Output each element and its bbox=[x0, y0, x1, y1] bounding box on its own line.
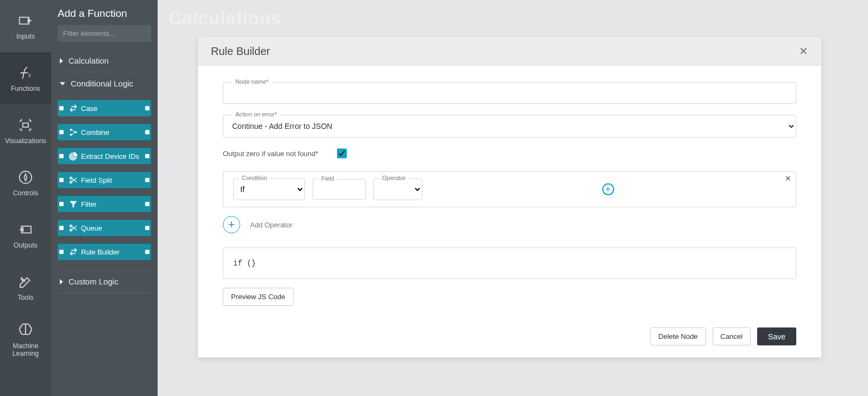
condition-label: Condition bbox=[239, 175, 270, 181]
nav-functions[interactable]: x Functions bbox=[0, 52, 51, 104]
func-label: Case bbox=[81, 104, 97, 113]
nav-visualizations-label: Visualizations bbox=[5, 137, 46, 145]
section-custom-logic[interactable]: Custom Logic bbox=[58, 270, 151, 293]
port-right bbox=[145, 106, 149, 110]
func-field-split[interactable]: Field Split bbox=[58, 172, 151, 188]
output-zero-label: Output zero if value not found* bbox=[223, 150, 319, 158]
nav-machine-learning[interactable]: Machine Learning bbox=[0, 313, 51, 366]
rule-builder-modal: Rule Builder ✕ Node name* Action on erro… bbox=[198, 37, 821, 357]
section-calculation[interactable]: Calculation bbox=[58, 49, 151, 72]
section-calculation-label: Calculation bbox=[68, 56, 109, 65]
delete-node-button[interactable]: Delete Node bbox=[650, 327, 705, 345]
section-custom-label: Custom Logic bbox=[68, 277, 118, 286]
func-label: Combine bbox=[81, 128, 109, 137]
code-preview: if (} bbox=[223, 247, 796, 279]
port-left bbox=[59, 202, 64, 206]
func-filter[interactable]: Filter bbox=[58, 196, 151, 212]
func-label: Field Split bbox=[81, 176, 112, 184]
action-on-error-label: Action on error* bbox=[232, 111, 280, 117]
svg-rect-2 bbox=[23, 123, 28, 127]
func-rule-builder[interactable]: Rule Builder bbox=[58, 244, 151, 260]
port-right bbox=[145, 178, 149, 182]
chevron-right-icon bbox=[60, 279, 63, 284]
modal-title: Rule Builder bbox=[211, 45, 270, 58]
node-name-label: Node name* bbox=[232, 78, 272, 85]
function-sidebar: Add a Function Calculation Conditional L… bbox=[51, 0, 158, 396]
port-right bbox=[145, 130, 149, 134]
func-label: Queue bbox=[81, 224, 102, 232]
visualizations-icon bbox=[17, 116, 34, 134]
port-left bbox=[59, 226, 64, 230]
close-icon[interactable]: ✕ bbox=[799, 45, 808, 58]
svg-point-7 bbox=[75, 131, 77, 133]
port-right bbox=[145, 250, 149, 254]
chevron-down-icon bbox=[60, 82, 65, 85]
remove-rule-icon[interactable]: ✕ bbox=[785, 174, 791, 183]
port-right bbox=[145, 202, 149, 206]
functions-icon: x bbox=[17, 64, 34, 82]
section-conditional-logic[interactable]: Conditional Logic bbox=[58, 72, 151, 95]
sidebar-title: Add a Function bbox=[51, 0, 158, 25]
funnel-icon bbox=[67, 197, 80, 211]
outputs-icon bbox=[17, 221, 34, 238]
port-left bbox=[59, 154, 64, 158]
nav-visualizations[interactable]: Visualizations bbox=[0, 104, 51, 157]
swap-icon bbox=[67, 245, 80, 258]
condition-select[interactable]: If bbox=[234, 179, 304, 200]
nav-rail: Inputs x Functions Visualizations Contro… bbox=[0, 0, 51, 396]
filter-elements-input[interactable] bbox=[58, 25, 151, 42]
nav-functions-label: Functions bbox=[11, 85, 40, 92]
output-zero-checkbox[interactable] bbox=[337, 148, 347, 158]
port-right bbox=[145, 154, 149, 158]
rule-row: ✕ Condition If Field Operator bbox=[223, 171, 796, 207]
nav-controls-label: Controls bbox=[13, 189, 39, 197]
action-on-error-select[interactable]: Continue - Add Error to JSON bbox=[223, 115, 796, 137]
nav-tools[interactable]: Tools bbox=[0, 261, 51, 313]
tools-icon bbox=[17, 273, 34, 290]
svg-point-5 bbox=[70, 129, 72, 131]
nav-tools-label: Tools bbox=[17, 294, 33, 301]
cancel-button[interactable]: Cancel bbox=[713, 327, 751, 345]
nav-outputs-label: Outputs bbox=[14, 242, 38, 249]
func-combine[interactable]: Combine bbox=[58, 124, 151, 140]
chevron-right-icon bbox=[60, 58, 63, 64]
scissors-icon bbox=[67, 174, 80, 187]
nav-controls[interactable]: Controls bbox=[0, 157, 51, 209]
add-condition-button[interactable]: + bbox=[602, 183, 614, 195]
func-label: Filter bbox=[81, 200, 97, 208]
node-name-input[interactable] bbox=[223, 83, 796, 103]
nav-inputs-label: Inputs bbox=[16, 33, 35, 40]
scissors-icon bbox=[67, 221, 80, 234]
svg-text:x: x bbox=[28, 72, 32, 78]
func-extract-device-ids[interactable]: Extract Device IDs bbox=[58, 148, 151, 164]
port-left bbox=[59, 178, 64, 182]
port-left bbox=[59, 250, 64, 254]
nav-outputs[interactable]: Outputs bbox=[0, 209, 51, 261]
save-button[interactable]: Save bbox=[757, 327, 796, 345]
add-operator-button[interactable]: + bbox=[223, 216, 240, 233]
main-canvas: Calculations Rule Builder ✕ Node name* A… bbox=[158, 0, 868, 396]
section-conditional-label: Conditional Logic bbox=[71, 79, 133, 88]
preview-js-button[interactable]: Preview JS Code bbox=[223, 288, 294, 306]
operator-select[interactable] bbox=[374, 179, 422, 200]
inputs-icon bbox=[17, 12, 34, 29]
pie-icon bbox=[67, 150, 80, 163]
swap-icon bbox=[67, 102, 80, 115]
func-case[interactable]: Case bbox=[58, 100, 151, 116]
add-operator-label: Add Operator bbox=[250, 221, 292, 229]
func-label: Extract Device IDs bbox=[81, 152, 139, 160]
func-queue[interactable]: Queue bbox=[58, 220, 151, 236]
port-left bbox=[59, 106, 64, 110]
svg-rect-0 bbox=[20, 17, 29, 24]
field-input[interactable] bbox=[313, 180, 365, 199]
merge-icon bbox=[67, 126, 80, 139]
port-left bbox=[59, 130, 64, 134]
nav-ml-label: Machine Learning bbox=[13, 342, 39, 358]
field-label: Field bbox=[319, 175, 337, 182]
operator-label: Operator bbox=[379, 175, 408, 181]
brain-icon bbox=[17, 321, 34, 339]
nav-inputs[interactable]: Inputs bbox=[0, 0, 51, 52]
controls-icon bbox=[17, 169, 34, 186]
svg-point-6 bbox=[70, 134, 72, 136]
func-label: Rule Builder bbox=[81, 248, 120, 256]
